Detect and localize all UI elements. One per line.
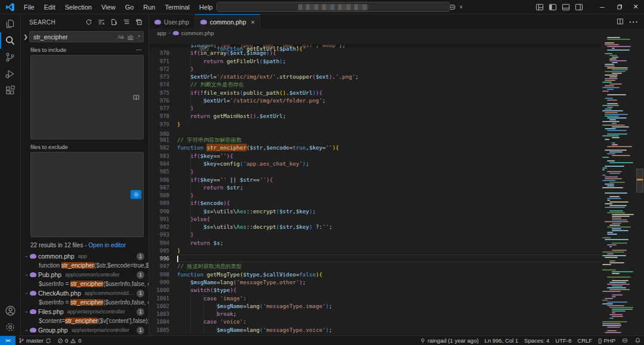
code-line[interactable]: 984 $key=config('app.aes_chat_key'); <box>149 160 601 167</box>
code-line[interactable]: 997// 推送时获取消息的类型 <box>149 262 601 270</box>
code-line[interactable]: 991 }else{ <box>149 215 601 223</box>
code-line[interactable]: 1002 $msgName=lang('messageType.image'); <box>149 302 601 310</box>
sticky-scroll-line[interactable]: 965function getExtUrl($path){ <box>149 37 601 45</box>
toggle-replace-chevron-icon[interactable]: ❯ <box>22 34 29 40</box>
chevron-down-icon[interactable]: › <box>24 309 29 315</box>
menu-run[interactable]: Run <box>139 2 159 12</box>
code-line[interactable]: 995} <box>149 247 601 254</box>
code-editor[interactable]: 965function getExtUrl($path){ $image=['j… <box>149 37 644 335</box>
code-line[interactable]: 977 } <box>149 104 601 112</box>
refresh-icon[interactable] <box>84 17 94 27</box>
match-case-icon[interactable]: Aa <box>116 33 125 41</box>
menu-go[interactable]: Go <box>121 2 138 12</box>
use-exclude-settings-gear-icon[interactable] <box>131 190 141 199</box>
code-line[interactable]: 1004 case 'voice': <box>149 318 601 325</box>
branch-item[interactable]: master <box>16 336 54 345</box>
code-line[interactable]: 986 if($key=='' || $str==''){ <box>149 176 601 184</box>
chevron-down-icon[interactable]: › <box>24 253 29 260</box>
search-input[interactable] <box>33 33 115 41</box>
menu-selection[interactable]: Selection <box>61 2 96 12</box>
code-line[interactable]: 992 $s=\utils\Aes::decrypt($str,$key) ?:… <box>149 223 601 231</box>
search-icon[interactable] <box>0 32 20 49</box>
code-line[interactable]: 1005 $msgName=lang('messageType.voice'); <box>149 326 601 334</box>
remote-indicator[interactable]: >< <box>0 336 16 345</box>
commit-author-item[interactable]: raingad (1 year ago) <box>417 336 482 345</box>
code-line[interactable]: 980 <box>149 128 601 136</box>
settings-gear-icon[interactable] <box>0 319 20 335</box>
explorer-icon[interactable] <box>0 15 20 32</box>
code-line[interactable]: 996 <box>149 254 601 262</box>
code-line[interactable]: 994 return $s; <box>149 239 601 247</box>
whole-word-icon[interactable]: ab <box>126 33 134 41</box>
code-line[interactable]: 1000 switch($type){ <box>149 286 601 294</box>
command-center-search[interactable] <box>216 2 450 12</box>
chevron-down-icon[interactable]: › <box>24 327 29 334</box>
code-line[interactable]: 982function str_encipher($str,$encode=tr… <box>149 144 601 151</box>
toggle-search-details-icon[interactable]: ⋯ <box>136 49 143 51</box>
extensions-icon[interactable] <box>0 82 20 99</box>
files-to-include-input[interactable] <box>35 94 131 101</box>
code-line[interactable]: 990 $s=\utils\Aes::encrypt($str,$key); <box>149 207 601 215</box>
source-control-icon[interactable] <box>0 49 20 66</box>
code-line[interactable]: 976 $extUrl='/static/img/ext/folder.png'… <box>149 97 601 104</box>
search-result-match[interactable]: $content=str_encipher($v['content'],fals… <box>21 316 148 325</box>
regex-icon[interactable]: .* <box>135 33 141 41</box>
search-result-match[interactable]: function str_encipher($str,$encode=true,… <box>21 261 148 270</box>
chevron-down-icon[interactable]: › <box>24 272 29 278</box>
search-result-file[interactable]: ›Files.phpapp\enterprise\controller1 <box>21 307 148 317</box>
maximize-button[interactable] <box>611 0 627 14</box>
search-result-match[interactable]: $userInfo = str_encipher($userInfo,false… <box>21 279 148 288</box>
code-line[interactable]: 987 return $str; <box>149 184 601 191</box>
search-result-match[interactable]: $userInfo = str_encipher($userInfo,false… <box>21 298 148 307</box>
eol-item[interactable]: CRLF <box>574 336 595 345</box>
search-result-file[interactable]: ›Group.phpapp\enterprise\controller1 <box>21 326 148 335</box>
tab-common.php[interactable]: common.php× <box>195 14 261 29</box>
code-line[interactable]: 1001 case 'image': <box>149 294 601 302</box>
search-result-file[interactable]: ›common.phpapp1 <box>21 252 148 262</box>
code-line[interactable]: 974 // 判断文件是否存在 <box>149 80 601 88</box>
close-window-button[interactable]: ✕ <box>627 0 644 14</box>
cursor-position-item[interactable]: Ln 996, Col 1 <box>482 336 522 345</box>
files-to-exclude-input[interactable] <box>35 191 131 198</box>
code-line[interactable]: 989 if($encode){ <box>149 199 601 207</box>
new-search-editor-icon[interactable] <box>109 17 119 27</box>
indentation-item[interactable]: Spaces: 4 <box>521 336 552 345</box>
code-line[interactable]: 988 } <box>149 191 601 199</box>
toggle-secondary-sidebar-icon[interactable] <box>572 4 586 11</box>
accounts-icon[interactable] <box>0 302 20 319</box>
tab-User.php[interactable]: User.php <box>149 14 195 29</box>
code-line[interactable]: 999 $msgName=lang('messageType.other'); <box>149 278 601 286</box>
open-in-editor-link[interactable]: Open in editor <box>88 242 126 248</box>
menu-help[interactable]: Help <box>195 2 217 12</box>
run-debug-icon[interactable] <box>0 66 20 82</box>
search-result-file[interactable]: ›Pub.phpapp\common\controller1 <box>21 271 148 280</box>
open-editors-book-icon[interactable] <box>131 93 141 102</box>
code-line[interactable]: 981// 字符串内容加解密函数 <box>149 136 601 144</box>
breadcrumb-item[interactable]: common.php <box>181 30 214 36</box>
code-line[interactable]: 975 if(!file_exists(public_path().$extUr… <box>149 89 601 97</box>
code-line[interactable]: 998function getMsgType($type,$callVideo=… <box>149 271 601 278</box>
split-editor-icon[interactable] <box>617 18 624 25</box>
expand-all-icon[interactable] <box>122 17 131 27</box>
code-line[interactable]: 985 } <box>149 167 601 175</box>
menu-view[interactable]: View <box>97 2 120 12</box>
language-mode-item[interactable]: {} PHP <box>595 336 618 345</box>
close-tab-icon[interactable]: × <box>251 18 255 26</box>
menu-terminal[interactable]: Terminal <box>161 2 194 12</box>
problems-item[interactable]: 0 0 <box>54 336 85 345</box>
minimap[interactable] <box>601 37 636 335</box>
encoding-item[interactable]: UTF-8 <box>552 336 574 345</box>
notifications-item[interactable] <box>631 336 644 345</box>
code-line[interactable]: 978 return getMainHost().$extUrl; <box>149 112 601 120</box>
collapse-all-icon[interactable] <box>134 17 144 27</box>
scrollbar-thumb[interactable] <box>636 169 643 192</box>
minimize-button[interactable]: ─ <box>594 0 611 14</box>
breadcrumb-item[interactable]: app <box>157 30 166 36</box>
search-result-file[interactable]: ›CheckAuth.phpapp\common\middle...1 <box>21 289 148 299</box>
toggle-panel-icon[interactable] <box>559 4 572 11</box>
code-line[interactable]: 1003 break; <box>149 310 601 318</box>
more-actions-icon[interactable]: ⋯ <box>628 16 638 27</box>
code-line[interactable]: 993 } <box>149 231 601 238</box>
code-line[interactable]: 971 return getFileUrl($path); <box>149 57 601 65</box>
code-line[interactable]: 983 if($key==''){ <box>149 152 601 160</box>
